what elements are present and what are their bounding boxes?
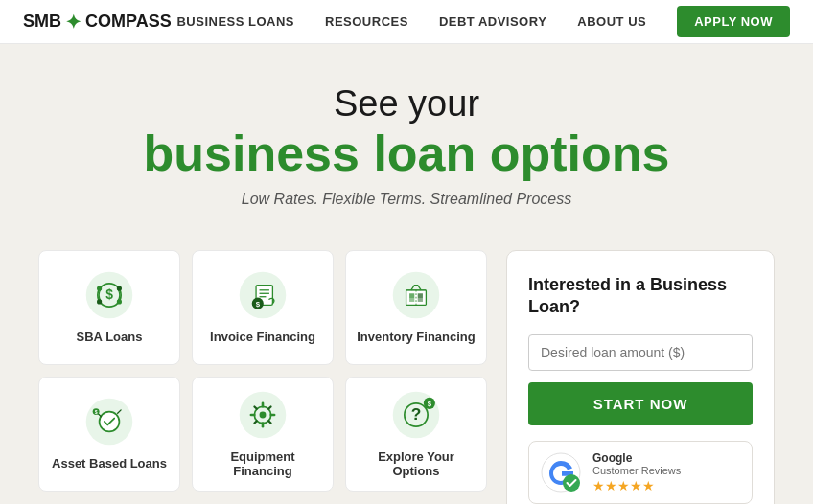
sba-loans-label: SBA Loans xyxy=(77,330,143,344)
explore-options-icon: ? $ xyxy=(391,390,441,440)
hero-tagline: Low Rates. Flexible Terms. Streamlined P… xyxy=(19,191,794,208)
reviews-stars: ★★★★★ xyxy=(592,478,681,493)
card-asset-based-loans[interactable]: $ Asset Based Loans xyxy=(38,377,180,492)
invoice-financing-icon: $ xyxy=(238,270,288,320)
main-nav: BUSINESS LOANS RESOURCES DEBT ADVISORY A… xyxy=(176,14,646,29)
svg-text:?: ? xyxy=(411,404,422,424)
inventory-financing-label: Inventory Financing xyxy=(357,330,476,344)
hero-section: See your business loan options Low Rates… xyxy=(0,44,813,231)
loan-cards-grid: $ SBA Loans $ Invoice Fina xyxy=(38,250,487,492)
svg-text:$: $ xyxy=(428,400,432,408)
svg-text:$: $ xyxy=(95,409,98,415)
nav-business-loans[interactable]: BUSINESS LOANS xyxy=(176,14,294,29)
nav-about-us[interactable]: ABOUT US xyxy=(577,14,646,29)
nav-debt-advisory[interactable]: DEBT ADVISORY xyxy=(439,14,546,29)
main-content: $ SBA Loans $ Invoice Fina xyxy=(0,231,813,504)
card-invoice-financing[interactable]: $ Invoice Financing xyxy=(192,250,334,365)
svg-rect-17 xyxy=(418,294,423,299)
equipment-financing-label: Equipment Financing xyxy=(200,449,325,478)
svg-point-35 xyxy=(563,474,580,492)
logo-compass-icon: ✦ xyxy=(65,11,81,34)
reviews-subtitle-label: Customer Reviews xyxy=(592,465,681,476)
svg-rect-18 xyxy=(409,299,414,302)
start-now-button[interactable]: START NOW xyxy=(528,382,753,425)
asset-based-loans-icon: $ xyxy=(84,397,134,447)
card-inventory-financing[interactable]: Inventory Financing xyxy=(345,250,487,365)
explore-options-label: Explore Your Options xyxy=(354,449,478,478)
svg-point-5 xyxy=(97,300,102,305)
google-brand-label: Google xyxy=(592,451,681,465)
invoice-financing-label: Invoice Financing xyxy=(210,330,315,344)
nav-resources[interactable]: RESOURCES xyxy=(325,14,408,29)
logo-compass-text: COMPASS xyxy=(85,11,172,32)
svg-point-28 xyxy=(260,411,267,418)
form-title: Interested in a Business Loan? xyxy=(528,274,753,319)
svg-point-3 xyxy=(97,286,102,291)
card-sba-loans[interactable]: $ SBA Loans xyxy=(38,250,180,365)
svg-text:$: $ xyxy=(105,287,113,303)
svg-rect-16 xyxy=(409,294,414,299)
loan-form-panel: Interested in a Business Loan? START NOW… xyxy=(506,250,775,504)
card-equipment-financing[interactable]: Equipment Financing xyxy=(192,377,334,492)
google-logo-icon xyxy=(541,452,581,493)
logo-smb: SMB xyxy=(23,11,61,32)
sba-loans-icon: $ xyxy=(84,270,134,320)
google-reviews-badge: Google Customer Reviews ★★★★★ xyxy=(528,441,753,504)
svg-rect-19 xyxy=(418,299,423,302)
svg-text:$: $ xyxy=(256,300,261,309)
header: SMB ✦ COMPASS BUSINESS LOANS RESOURCES D… xyxy=(0,0,813,44)
asset-based-loans-label: Asset Based Loans xyxy=(52,456,167,470)
reviews-text: Google Customer Reviews ★★★★★ xyxy=(592,451,681,493)
hero-line2: business loan options xyxy=(19,126,794,181)
inventory-financing-icon xyxy=(391,270,441,320)
loan-amount-input[interactable] xyxy=(528,334,753,371)
svg-point-23 xyxy=(100,412,120,432)
equipment-financing-icon xyxy=(238,390,288,440)
card-explore-options[interactable]: ? $ Explore Your Options xyxy=(345,377,487,492)
logo[interactable]: SMB ✦ COMPASS xyxy=(23,11,172,34)
apply-now-button[interactable]: APPLY NOW xyxy=(677,6,790,37)
hero-line1: See your xyxy=(19,82,794,126)
svg-point-4 xyxy=(117,286,122,291)
svg-point-6 xyxy=(117,300,122,305)
